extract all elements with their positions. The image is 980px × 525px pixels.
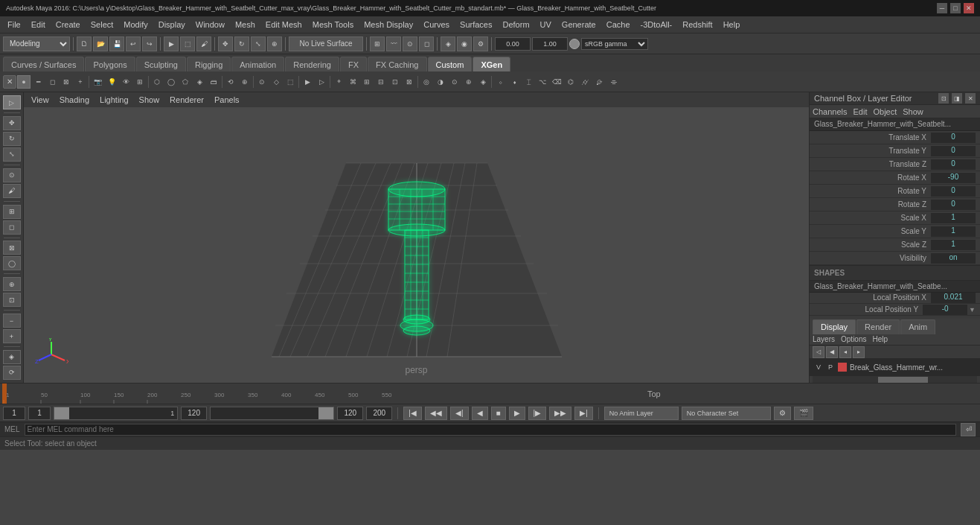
ipr-render-button[interactable]: ◉ bbox=[457, 36, 472, 51]
tab-animation[interactable]: Animation bbox=[231, 57, 284, 71]
face-select-icon[interactable]: ◻ bbox=[45, 75, 59, 89]
redo-button[interactable]: ↪ bbox=[142, 36, 157, 51]
tab-custom[interactable]: Custom bbox=[428, 57, 473, 71]
layer-delete-button[interactable]: ▸ bbox=[853, 346, 865, 358]
history-icon[interactable]: ⟲ bbox=[224, 75, 237, 89]
pivot-mode-button[interactable]: ⊕ bbox=[3, 277, 21, 291]
icon-btn-misc8[interactable]: ◑ bbox=[434, 75, 447, 89]
translate-x-value[interactable]: 0 bbox=[931, 133, 976, 143]
layer-tab-anim[interactable]: Anim bbox=[900, 319, 935, 334]
range-slider[interactable] bbox=[210, 407, 334, 420]
icon-btn-misc10[interactable]: ⊕ bbox=[462, 75, 475, 89]
prev-frame-button[interactable]: ◀◀ bbox=[425, 407, 447, 420]
icon-btn-misc7[interactable]: ◎ bbox=[420, 75, 433, 89]
lasso-select-button[interactable]: ⬚ bbox=[180, 36, 195, 51]
select-mode-button[interactable]: ▷ bbox=[3, 95, 21, 109]
key-slider-thumb[interactable] bbox=[54, 407, 69, 419]
menu-window[interactable]: Window bbox=[191, 19, 229, 31]
total-frames-field[interactable] bbox=[366, 407, 392, 420]
menu-display[interactable]: Display bbox=[154, 19, 190, 31]
paint-weights-button[interactable]: 🖌 bbox=[3, 184, 21, 198]
end-frame-field[interactable] bbox=[181, 407, 207, 420]
rotate-button[interactable]: ↻ bbox=[3, 132, 21, 146]
rotate-z-value[interactable]: 0 bbox=[931, 200, 976, 210]
current-frame-field[interactable] bbox=[28, 407, 51, 420]
icon-btn-misc5[interactable]: ⊡ bbox=[388, 75, 402, 89]
stop-button[interactable]: ■ bbox=[491, 407, 506, 420]
view-menu[interactable]: View bbox=[27, 95, 54, 105]
scale-tool-button[interactable]: ⤡ bbox=[251, 36, 266, 51]
rotate-z-row[interactable]: Rotate Z 0 bbox=[810, 198, 980, 211]
xray-icon[interactable]: ◇ bbox=[269, 75, 283, 89]
shading-menu[interactable]: Shading bbox=[55, 95, 94, 105]
snap-grid-button[interactable]: ⊞ bbox=[370, 36, 385, 51]
tab-fx-caching[interactable]: FX Caching bbox=[368, 57, 426, 71]
grid-icon[interactable]: ⊞ bbox=[133, 75, 147, 89]
color-swatch[interactable] bbox=[569, 39, 580, 49]
menu-curves[interactable]: Curves bbox=[419, 19, 454, 31]
menu-modify[interactable]: Modify bbox=[119, 19, 152, 31]
soft-select-button[interactable]: ⊙ bbox=[3, 168, 21, 182]
layer-tab-display[interactable]: Display bbox=[813, 319, 856, 334]
cb-dock-button[interactable]: ◨ bbox=[952, 93, 962, 104]
select-tool-button[interactable]: ▶ bbox=[164, 36, 179, 51]
menu-help[interactable]: Help bbox=[719, 19, 745, 31]
tab-sculpting[interactable]: Sculpting bbox=[136, 57, 186, 71]
layer-row-break[interactable]: V P Break_Glass_Hammer_wr... bbox=[811, 360, 979, 375]
cb-close-button[interactable]: ✕ bbox=[965, 93, 976, 104]
mel-input-field[interactable] bbox=[25, 424, 956, 436]
icon-btn-misc3[interactable]: ⊞ bbox=[360, 75, 374, 89]
menu-redshift[interactable]: Redshift bbox=[678, 19, 717, 31]
scale-y-value[interactable]: 1 bbox=[931, 226, 976, 237]
grid-toggle-button[interactable]: ⊠ bbox=[3, 241, 21, 255]
icon-btn-sym9[interactable]: ⌯ bbox=[606, 75, 620, 89]
display-toggle-button[interactable]: ◻ bbox=[3, 220, 21, 235]
prev-key-button[interactable]: ◀| bbox=[450, 407, 469, 420]
smooth-icon[interactable]: ◯ bbox=[164, 75, 178, 89]
playblast-icon[interactable]: ▶ bbox=[301, 75, 314, 89]
save-file-button[interactable]: 💾 bbox=[109, 36, 124, 51]
menu-file[interactable]: File bbox=[3, 19, 25, 31]
layers-menu[interactable]: Layers bbox=[813, 335, 835, 343]
render-settings-button[interactable]: ⚙ bbox=[473, 36, 488, 51]
tab-xgen[interactable]: XGen bbox=[473, 57, 510, 71]
settings-icon[interactable]: ✕ bbox=[3, 75, 16, 89]
tab-curves-surfaces[interactable]: Curves / Surfaces bbox=[3, 57, 84, 71]
translate-x-row[interactable]: Translate X 0 bbox=[810, 131, 980, 144]
go-start-button[interactable]: |◀ bbox=[403, 407, 422, 420]
move-button[interactable]: ✥ bbox=[3, 116, 21, 130]
icon-btn-sym7[interactable]: ⌭ bbox=[578, 75, 592, 89]
eye-icon[interactable]: 👁 bbox=[119, 75, 132, 89]
mel-submit-button[interactable]: ⏎ bbox=[961, 423, 976, 436]
translate-z-value[interactable]: 0 bbox=[931, 159, 976, 170]
render-button[interactable]: ◈ bbox=[441, 36, 455, 51]
tab-fx[interactable]: FX bbox=[340, 57, 367, 71]
scale-z-row[interactable]: Scale Z 1 bbox=[810, 238, 980, 252]
icon-btn-misc6[interactable]: ⊠ bbox=[403, 75, 416, 89]
no-live-surface-button[interactable]: No Live Surface bbox=[289, 36, 363, 51]
icon-btn-sym8[interactable]: ⌮ bbox=[592, 75, 606, 89]
snap-curve-button[interactable]: 〰 bbox=[386, 36, 401, 51]
camera-value1-field[interactable]: 0.00 bbox=[495, 37, 531, 51]
edit-menu[interactable]: Edit bbox=[853, 107, 867, 116]
maximize-button[interactable]: □ bbox=[950, 3, 961, 13]
icon-btn-sym1[interactable]: ⬦ bbox=[493, 75, 507, 89]
light-icon[interactable]: 💡 bbox=[105, 75, 118, 89]
translate-z-row[interactable]: Translate Z 0 bbox=[810, 158, 980, 171]
rotate-y-row[interactable]: Rotate Y 0 bbox=[810, 185, 980, 198]
menu-edit[interactable]: Edit bbox=[27, 19, 50, 31]
local-pos-x-row[interactable]: Local Position X 0.021 bbox=[810, 293, 980, 305]
icon-btn-sym2[interactable]: ⬧ bbox=[507, 75, 521, 89]
camera-icon[interactable]: 📷 bbox=[91, 75, 104, 89]
layer-scrollbar[interactable] bbox=[813, 376, 977, 383]
viewport[interactable]: X Y Z persp bbox=[24, 107, 809, 383]
cb-float-button[interactable]: ⊡ bbox=[938, 93, 949, 104]
object-mask-button[interactable]: ◯ bbox=[3, 256, 21, 270]
icon-btn-misc1[interactable]: ⌖ bbox=[332, 75, 345, 89]
pivot-icon[interactable]: ⊕ bbox=[238, 75, 252, 89]
components-button[interactable]: ⊞ bbox=[3, 205, 21, 219]
menu-deform[interactable]: Deform bbox=[498, 19, 534, 31]
wireframe-icon[interactable]: ⬡ bbox=[150, 75, 164, 89]
menu-edit-mesh[interactable]: Edit Mesh bbox=[261, 19, 307, 31]
play-forward-button[interactable]: ▶ bbox=[509, 407, 525, 420]
